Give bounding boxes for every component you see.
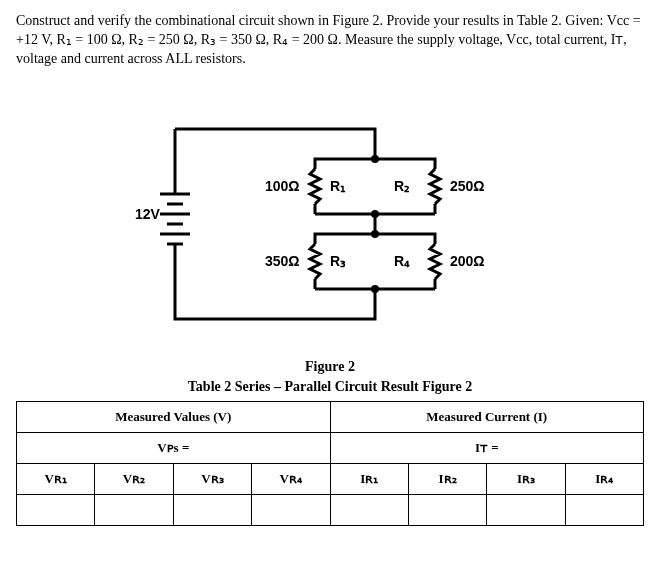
svg-point-10 [371, 285, 379, 293]
val-ir4 [565, 494, 643, 525]
val-vr1 [17, 494, 95, 525]
val-vr3 [173, 494, 251, 525]
col-vr1: Vʀ₁ [17, 463, 95, 494]
val-ir1 [330, 494, 408, 525]
val-ir3 [487, 494, 565, 525]
col-vr4: Vʀ₄ [252, 463, 330, 494]
current-header: Measured Current (I) [330, 401, 644, 432]
r1-label: R₁ [330, 178, 346, 194]
problem-statement: Construct and verify the combinational c… [16, 12, 644, 69]
r4-value: 200Ω [450, 253, 485, 269]
col-ir4: Iʀ₄ [565, 463, 643, 494]
val-vr2 [95, 494, 173, 525]
table-caption: Table 2 Series – Parallel Circuit Result… [16, 379, 644, 395]
r4-label: R₄ [394, 253, 410, 269]
results-table: Measured Values (V) Measured Current (I)… [16, 401, 644, 526]
r3-value: 350Ω [265, 253, 300, 269]
it-label: Iᴛ = [330, 432, 644, 463]
col-ir2: Iʀ₂ [408, 463, 486, 494]
col-vr3: Vʀ₃ [173, 463, 251, 494]
r1-value: 100Ω [265, 178, 300, 194]
col-vr2: Vʀ₂ [95, 463, 173, 494]
figure-caption: Figure 2 [16, 359, 644, 375]
r2-value: 250Ω [450, 178, 485, 194]
val-ir2 [408, 494, 486, 525]
voltage-header: Measured Values (V) [17, 401, 331, 432]
r3-label: R₃ [330, 253, 346, 269]
vps-label: Vᴘs = [17, 432, 331, 463]
source-label: 12V [135, 206, 161, 222]
col-ir1: Iʀ₁ [330, 463, 408, 494]
val-vr4 [252, 494, 330, 525]
r2-label: R₂ [394, 178, 410, 194]
col-ir3: Iʀ₃ [487, 463, 565, 494]
circuit-figure: 12V 100Ω R₁ R₂ 250Ω [16, 89, 644, 353]
